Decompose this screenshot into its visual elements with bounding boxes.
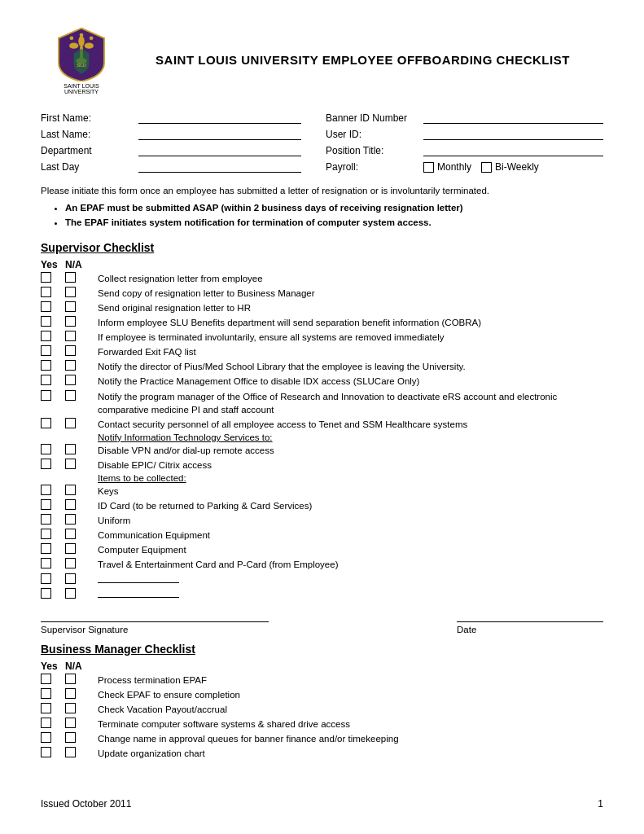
svg-point-6 bbox=[80, 33, 84, 37]
its-section-header: Notify Information Technology Services t… bbox=[41, 432, 603, 442]
list-item: Inform employee SLU Benefits department … bbox=[41, 316, 603, 329]
yes-checkbox[interactable] bbox=[41, 543, 51, 554]
na-checkbox[interactable] bbox=[65, 331, 76, 341]
yes-checkbox[interactable] bbox=[41, 703, 51, 713]
yes-checkbox[interactable] bbox=[41, 345, 51, 356]
na-checkbox[interactable] bbox=[65, 345, 76, 356]
yes-checkbox[interactable] bbox=[41, 287, 51, 297]
yes-checkbox[interactable] bbox=[41, 331, 51, 341]
yes-checkbox[interactable] bbox=[41, 588, 51, 599]
list-item: Notify the Practice Management Office to… bbox=[41, 375, 603, 388]
item-text: Collect resignation letter from employee bbox=[98, 272, 603, 285]
item-text: ID Card (to be returned to Parking & Car… bbox=[98, 499, 603, 512]
yes-checkbox[interactable] bbox=[41, 272, 51, 283]
last-day-field[interactable] bbox=[138, 160, 301, 173]
svg-point-2 bbox=[85, 42, 94, 48]
na-checkbox[interactable] bbox=[65, 718, 76, 728]
yes-checkbox[interactable] bbox=[41, 316, 51, 327]
na-checkbox[interactable] bbox=[65, 529, 76, 539]
collect-section-header: Items to be collected: bbox=[41, 473, 603, 483]
yes-checkbox[interactable] bbox=[41, 688, 51, 699]
na-checkbox[interactable] bbox=[65, 301, 76, 312]
item-text: Notify the Practice Management Office to… bbox=[98, 375, 603, 388]
na-checkbox[interactable] bbox=[65, 485, 76, 495]
na-checkbox[interactable] bbox=[65, 375, 76, 385]
supervisor-sig-label: Supervisor Signature bbox=[41, 625, 392, 634]
yes-checkbox[interactable] bbox=[41, 558, 51, 568]
na-checkbox[interactable] bbox=[65, 272, 76, 283]
list-item: ID Card (to be returned to Parking & Car… bbox=[41, 499, 603, 512]
department-label: Department bbox=[41, 145, 138, 156]
list-item: Update organization chart bbox=[41, 747, 603, 760]
na-checkbox[interactable] bbox=[65, 558, 76, 568]
na-checkbox[interactable] bbox=[65, 444, 76, 454]
na-checkbox[interactable] bbox=[65, 287, 76, 297]
bm-checklist-section: Business Manager Checklist Yes N/A Proce… bbox=[41, 643, 603, 761]
yes-checkbox[interactable] bbox=[41, 485, 51, 495]
na-checkbox[interactable] bbox=[65, 360, 76, 371]
banner-id-field[interactable] bbox=[423, 111, 603, 124]
na-checkbox[interactable] bbox=[65, 688, 76, 699]
yes-checkbox[interactable] bbox=[41, 360, 51, 371]
item-text: Terminate computer software systems & sh… bbox=[98, 718, 603, 731]
yes-checkbox[interactable] bbox=[41, 747, 51, 757]
issued-text: Issued October 2011 bbox=[41, 798, 131, 810]
na-checkbox[interactable] bbox=[65, 573, 76, 584]
na-header: N/A bbox=[65, 259, 98, 270]
logo-area: SLU SAINT LOUISUNIVERSITY bbox=[41, 24, 122, 94]
title-area: SAINT LOUIS UNIVERSITY EMPLOYEE OFFBOARD… bbox=[122, 53, 603, 67]
item-text: Update organization chart bbox=[98, 747, 603, 760]
department-field[interactable] bbox=[138, 143, 301, 156]
yes-checkbox[interactable] bbox=[41, 375, 51, 385]
last-day-row: Last Day Payroll: Monthly Bi-Weekly bbox=[41, 160, 603, 173]
collect-label: Items to be collected: bbox=[98, 473, 603, 483]
na-checkbox[interactable] bbox=[65, 316, 76, 327]
yes-checkbox[interactable] bbox=[41, 674, 51, 684]
yes-checkbox[interactable] bbox=[41, 573, 51, 584]
item-text: Notify the director of Pius/Med School L… bbox=[98, 360, 603, 373]
list-item: Collect resignation letter from employee bbox=[41, 272, 603, 285]
na-checkbox[interactable] bbox=[65, 390, 76, 401]
yes-checkbox[interactable] bbox=[41, 732, 51, 743]
yes-checkbox[interactable] bbox=[41, 514, 51, 525]
list-item: Check EPAF to ensure completion bbox=[41, 688, 603, 701]
yes-checkbox[interactable] bbox=[41, 301, 51, 312]
na-checkbox[interactable] bbox=[65, 418, 76, 428]
list-item bbox=[41, 588, 603, 601]
na-checkbox[interactable] bbox=[65, 514, 76, 525]
na-checkbox[interactable] bbox=[65, 543, 76, 554]
first-name-field[interactable] bbox=[138, 111, 301, 124]
supervisor-checklist-title: Supervisor Checklist bbox=[41, 241, 603, 254]
monthly-checkbox[interactable] bbox=[423, 162, 434, 173]
na-checkbox[interactable] bbox=[65, 703, 76, 713]
list-item: Notify the program manager of the Office… bbox=[41, 390, 603, 416]
yes-checkbox[interactable] bbox=[41, 390, 51, 401]
supervisor-sig-area: Supervisor Signature bbox=[41, 621, 392, 634]
svg-text:SLU: SLU bbox=[77, 63, 85, 68]
list-item: Send original resignation letter to HR bbox=[41, 301, 603, 314]
user-id-field[interactable] bbox=[423, 127, 603, 140]
position-title-field[interactable] bbox=[423, 143, 603, 156]
list-item bbox=[41, 573, 603, 586]
na-checkbox[interactable] bbox=[65, 732, 76, 743]
yes-checkbox[interactable] bbox=[41, 418, 51, 428]
na-checkbox[interactable] bbox=[65, 588, 76, 599]
na-checkbox[interactable] bbox=[65, 674, 76, 684]
last-name-label: Last Name: bbox=[41, 129, 138, 140]
item-text: Change name in approval queues for banne… bbox=[98, 732, 603, 745]
last-name-field[interactable] bbox=[138, 127, 301, 140]
na-checkbox[interactable] bbox=[65, 747, 76, 757]
item-text: Forwarded Exit FAQ list bbox=[98, 345, 603, 358]
na-checkbox[interactable] bbox=[65, 459, 76, 469]
yes-checkbox[interactable] bbox=[41, 529, 51, 539]
item-text: Keys bbox=[98, 485, 603, 498]
logo-text: SAINT LOUISUNIVERSITY bbox=[64, 83, 99, 94]
yes-checkbox[interactable] bbox=[41, 459, 51, 469]
form-fields: First Name: Banner ID Number Last Name: … bbox=[41, 111, 603, 173]
na-checkbox[interactable] bbox=[65, 499, 76, 510]
yes-checkbox[interactable] bbox=[41, 444, 51, 454]
yes-checkbox[interactable] bbox=[41, 718, 51, 728]
list-item: Computer Equipment bbox=[41, 543, 603, 556]
yes-checkbox[interactable] bbox=[41, 499, 51, 510]
biweekly-checkbox[interactable] bbox=[481, 162, 492, 173]
